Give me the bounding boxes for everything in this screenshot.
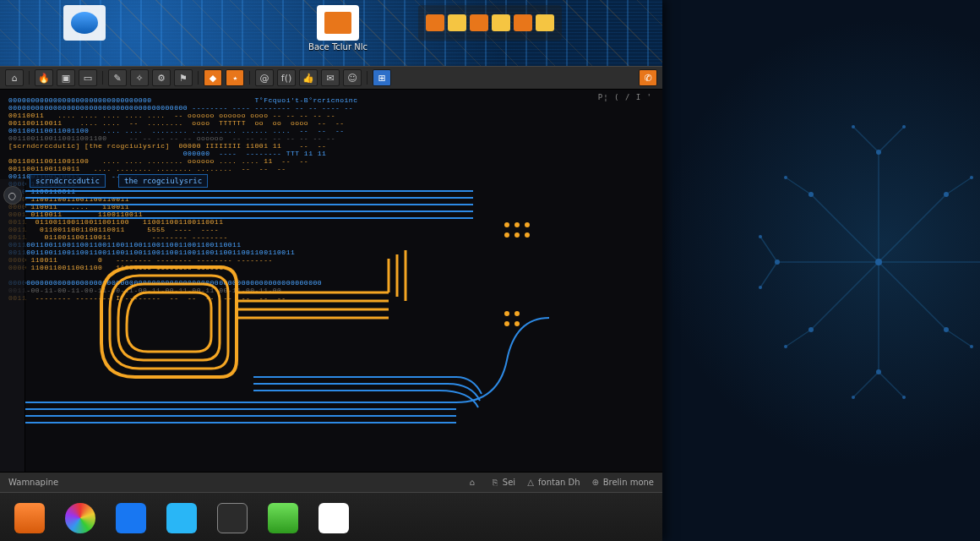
dock-social[interactable] (110, 498, 152, 538)
dock-terminal[interactable] (211, 498, 253, 538)
dock-launcher[interactable] (8, 498, 51, 538)
svg-point-18 (970, 176, 973, 179)
svg-point-0 (875, 259, 882, 265)
svg-point-16 (902, 396, 906, 399)
svg-point-15 (852, 396, 855, 399)
dock-game[interactable] (262, 498, 304, 538)
status-item-label: Sei (503, 478, 515, 487)
status-item-sei[interactable]: ⎘ Sei (490, 478, 515, 488)
svg-point-27 (504, 311, 509, 316)
page-icon: ⎘ (490, 478, 500, 488)
toolbar: ⌂ 🔥 ▣ ▭ ✎ ✧ ⚙ ⚑ ◆ ⭑ @ f() 👍 ✉ ☺ ⊞ ✆ (0, 66, 662, 90)
status-item-home[interactable]: ⌂ (467, 478, 480, 488)
tool-select[interactable]: ○ (3, 186, 22, 205)
grid-icon[interactable]: ▣ (57, 69, 75, 86)
flag-icon[interactable]: ⚑ (174, 69, 193, 86)
chip-label-0: scrndcrccdutic (30, 174, 106, 188)
function-icon[interactable]: f() (277, 69, 296, 86)
svg-point-12 (759, 286, 762, 289)
desktop-icon-1[interactable] (59, 5, 110, 52)
editor-canvas[interactable]: P¦ ( / I ' 00000000000000000000000000000… (0, 90, 662, 472)
gear-icon[interactable]: ⚙ (152, 69, 171, 86)
svg-point-21 (504, 222, 509, 227)
home-icon[interactable]: ⌂ (5, 69, 24, 86)
status-item-label: Brelin mone (603, 478, 654, 487)
dock (0, 492, 662, 541)
spark-icon[interactable]: ✧ (130, 69, 149, 86)
application-window: Bace Tclur Nlc ⌂ 🔥 ▣ ▭ ✎ ✧ ⚙ ⚑ (0, 0, 662, 541)
circuit-traces (0, 90, 662, 470)
status-item-brelin[interactable]: ⊕ Brelin mone (591, 478, 654, 488)
svg-point-19 (784, 345, 787, 348)
svg-point-2 (876, 369, 881, 374)
desktop-strip: Bace Tclur Nlc (0, 0, 662, 66)
status-bar: Wamnapine ⌂ ⎘ Sei △ fontan Dh ⊕ Brelin m… (0, 472, 662, 492)
dock-chat[interactable] (161, 498, 203, 538)
desktop-icon-2[interactable]: Bace Tclur Nlc (313, 5, 363, 52)
svg-point-8 (944, 327, 949, 332)
svg-point-25 (514, 232, 520, 238)
desktop-icon-label: Bace Tclur Nlc (308, 42, 368, 52)
svg-point-1 (876, 150, 881, 155)
svg-point-28 (514, 311, 520, 316)
desktop-icon-group[interactable] (465, 5, 515, 52)
diamond-icon[interactable]: ◆ (204, 69, 222, 86)
triangle-icon: △ (525, 478, 536, 488)
face-icon[interactable]: ☺ (343, 69, 362, 86)
dock-files[interactable] (313, 498, 355, 538)
apps-icon[interactable]: ⊞ (373, 69, 391, 86)
svg-point-3 (775, 260, 780, 265)
svg-point-11 (759, 235, 762, 238)
svg-point-10 (902, 125, 906, 128)
svg-point-5 (808, 192, 814, 197)
side-launcher: ○ ◐ ⊙ (0, 179, 25, 472)
desktop-wallpaper (659, 0, 980, 541)
thumb-icon[interactable]: 👍 (299, 69, 318, 86)
svg-point-20 (970, 345, 973, 348)
home-icon: ⌂ (467, 478, 477, 488)
svg-point-6 (944, 192, 949, 197)
circle-plus-icon: ⊕ (591, 478, 601, 488)
svg-point-24 (504, 232, 509, 238)
svg-point-29 (504, 321, 509, 326)
flame-icon[interactable]: 🔥 (35, 69, 53, 86)
window-icon[interactable]: ▭ (79, 69, 97, 86)
svg-point-30 (514, 321, 520, 326)
dock-browser[interactable] (59, 498, 101, 538)
svg-point-23 (525, 222, 530, 227)
status-left-label: Wamnapine (8, 478, 58, 487)
svg-point-7 (808, 327, 814, 332)
mail-icon[interactable]: ✉ (321, 69, 340, 86)
svg-point-22 (514, 222, 520, 227)
status-item-fontan[interactable]: △ fontan Dh (525, 478, 580, 488)
svg-point-9 (852, 125, 855, 128)
pencil-icon[interactable]: ✎ (108, 69, 127, 86)
svg-point-26 (525, 232, 530, 238)
svg-point-17 (784, 176, 787, 179)
phone-icon[interactable]: ✆ (639, 69, 657, 86)
at-icon[interactable]: @ (255, 69, 274, 86)
chip-label-1: the rcogciulysric (118, 174, 208, 188)
star-icon[interactable]: ⭑ (226, 69, 244, 86)
status-item-label: fontan Dh (538, 478, 580, 487)
